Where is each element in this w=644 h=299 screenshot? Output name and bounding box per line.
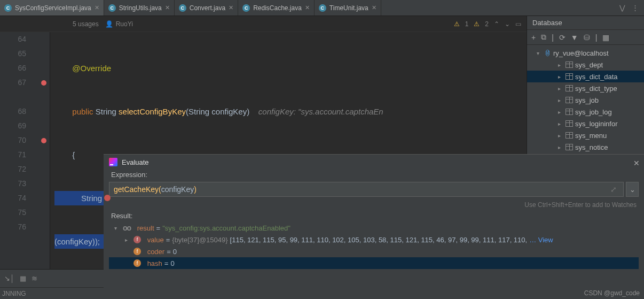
tab-file-2[interactable]: CConvert.java✕: [175, 0, 238, 16]
field-icon: f: [133, 236, 141, 243]
result-row[interactable]: ▾oo result = "sys_config:sys.account.cap…: [109, 222, 639, 234]
line-gutter[interactable]: 64 65 66 67 68 69 70 71 72 73 74 75 76: [0, 32, 50, 269]
sep: |: [552, 33, 554, 42]
db-table[interactable]: ▸sys_dict_type: [527, 82, 644, 94]
settings-icon[interactable]: ≋: [32, 274, 37, 282]
expand-icon[interactable]: ⤢: [608, 185, 619, 194]
close-icon[interactable]: ✕: [305, 4, 310, 11]
warning-count: 2: [485, 20, 489, 28]
more-icon[interactable]: ▭: [515, 20, 521, 28]
database-icon: 🛢: [544, 49, 551, 57]
author-label[interactable]: 👤RuoYi: [105, 20, 133, 28]
watermark: CSDN @gwd_code: [584, 289, 640, 297]
usages-label[interactable]: 5 usages: [73, 20, 99, 28]
table-icon: [566, 85, 573, 91]
warning-count: 1: [465, 20, 469, 28]
sql-icon[interactable]: ⛁: [584, 33, 590, 42]
grid-icon[interactable]: ▦: [602, 33, 609, 42]
breakpoint: 67: [0, 75, 50, 90]
expression-input[interactable]: getCacheKey(configKey) ⤢: [109, 182, 624, 197]
table-icon[interactable]: ▦: [20, 274, 26, 282]
table-icon: [566, 144, 573, 150]
chevron-right-icon: ▸: [558, 144, 563, 150]
tab-label: Convert.java: [190, 4, 225, 12]
warning-icon[interactable]: ⚠: [474, 20, 480, 28]
db-table[interactable]: ▸sys_job: [527, 94, 644, 106]
tab-dropdown-icon[interactable]: ⋁: [619, 4, 625, 12]
chevron-right-icon: ▸: [558, 109, 563, 115]
tab-label: TimeUnit.java: [329, 4, 368, 12]
result-icon: oo: [123, 224, 131, 232]
close-icon[interactable]: ✕: [165, 4, 170, 11]
table-icon: [566, 97, 573, 103]
breakpoint: 70: [0, 133, 50, 148]
chevron-right-icon: ▸: [558, 74, 563, 80]
person-icon: 👤: [105, 20, 113, 28]
table-icon: [566, 132, 573, 139]
intellij-icon: [109, 158, 117, 166]
expression-label: Expression:: [104, 170, 644, 180]
result-label: Result:: [104, 211, 644, 221]
database-toolbar: + ⧉ | ⟳ ▼ ⛁ | ▦: [527, 30, 644, 45]
chevron-down-icon: ▾: [114, 225, 121, 231]
add-icon[interactable]: +: [531, 33, 536, 42]
result-row[interactable]: f coder = 0: [109, 246, 639, 257]
chevron-right-icon: ▸: [558, 121, 563, 127]
chevron-right-icon: ▸: [558, 62, 563, 68]
editor-meta-bar: 5 usages 👤RuoYi ⚠1 ⚠2 ⌃ ⌄ ▭: [0, 16, 527, 32]
field-icon: f: [133, 259, 141, 267]
view-link[interactable]: … View: [529, 236, 553, 244]
result-row[interactable]: ▸f value = {byte[37]@15049} [115, 121, 1…: [109, 234, 639, 246]
evaluate-title: Evaluate: [122, 158, 149, 166]
warning-icon[interactable]: ⚠: [454, 20, 460, 28]
close-icon[interactable]: ✕: [95, 4, 99, 11]
java-icon: C: [319, 4, 326, 12]
evaluate-hint: Use Ctrl+Shift+Enter to add to Watches: [104, 199, 644, 211]
history-dropdown[interactable]: ⌄: [626, 182, 639, 197]
refresh-icon[interactable]: ⟳: [559, 33, 566, 42]
java-icon: C: [179, 4, 186, 12]
editor-tabs: CSysConfigServiceImpl.java✕ CStringUtils…: [0, 0, 644, 16]
close-icon[interactable]: ✕: [372, 4, 376, 11]
result-tree[interactable]: ▾oo result = "sys_config:sys.account.cap…: [104, 221, 644, 299]
table-icon: [566, 109, 573, 115]
tab-file-1[interactable]: CStringUtils.java✕: [104, 0, 175, 16]
result-row[interactable]: f hash = 0: [109, 257, 639, 269]
sep: |: [595, 33, 598, 42]
field-icon: f: [133, 248, 141, 255]
nav-up-icon[interactable]: ⌃: [494, 20, 499, 28]
step-icon[interactable]: ↘│: [4, 274, 14, 282]
java-icon: C: [4, 4, 12, 12]
chevron-right-icon: ▸: [558, 133, 563, 139]
tab-more-icon[interactable]: ⋮: [632, 4, 639, 12]
close-icon[interactable]: ✕: [633, 159, 640, 167]
chevron-right-icon: ▸: [558, 97, 563, 103]
chevron-right-icon: ▸: [125, 237, 131, 243]
tab-label: StringUtils.java: [119, 4, 162, 12]
db-table[interactable]: ▸sys_job_log: [527, 106, 644, 118]
error-icon: [104, 195, 111, 201]
db-table[interactable]: ▸sys_dict_data: [527, 71, 644, 82]
tab-label: SysConfigServiceImpl.java: [15, 4, 91, 12]
nav-down-icon[interactable]: ⌄: [505, 20, 510, 28]
tab-file-4[interactable]: CTimeUnit.java✕: [315, 0, 381, 16]
copy-icon[interactable]: ⧉: [541, 33, 546, 42]
close-icon[interactable]: ✕: [229, 4, 233, 11]
tab-file-3[interactable]: CRedisCache.java✕: [238, 0, 315, 16]
java-icon: C: [108, 4, 116, 12]
table-icon: [566, 120, 573, 127]
db-table[interactable]: ▸sys_dept: [527, 59, 644, 71]
tab-file-0[interactable]: CSysConfigServiceImpl.java✕: [0, 0, 104, 16]
tab-label: RedisCache.java: [253, 4, 302, 12]
db-table[interactable]: ▸sys_notice: [527, 141, 644, 153]
filter-icon[interactable]: ▼: [571, 33, 578, 42]
chevron-down-icon: ▾: [537, 50, 542, 56]
database-title: Database: [527, 16, 644, 30]
java-icon: C: [242, 4, 250, 12]
db-table[interactable]: ▸sys_menu: [527, 129, 644, 141]
evaluate-popup: ✕ Evaluate Expression: getCacheKey(confi…: [104, 154, 644, 299]
db-node-root[interactable]: ▾🛢ry_vue@localhost: [527, 47, 644, 59]
chevron-right-icon: ▸: [558, 86, 563, 91]
table-icon: [566, 62, 573, 68]
db-table[interactable]: ▸sys_logininfor: [527, 118, 644, 129]
